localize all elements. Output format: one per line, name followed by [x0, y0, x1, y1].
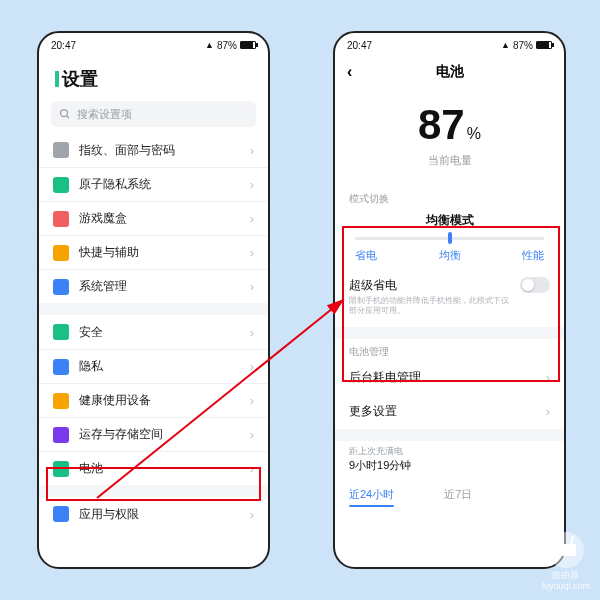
settings-item-原子隐私系统[interactable]: 原子隐私系统›	[39, 167, 268, 201]
section-battery-mgmt: 电池管理	[335, 339, 564, 361]
item-label: 游戏魔盒	[79, 210, 127, 227]
battery-icon	[240, 41, 256, 49]
settings-item-应用与权限[interactable]: 应用与权限›	[39, 497, 268, 531]
router-icon	[556, 544, 576, 556]
chevron-right-icon: ›	[250, 143, 254, 158]
chevron-right-icon: ›	[250, 325, 254, 340]
item-label: 快捷与辅助	[79, 244, 139, 261]
item-label: 应用与权限	[79, 506, 139, 523]
chevron-right-icon: ›	[250, 279, 254, 294]
settings-item-运存与存储空间[interactable]: 运存与存储空间›	[39, 417, 268, 451]
item-label: 安全	[79, 324, 103, 341]
settings-item-系统管理[interactable]: 系统管理›	[39, 269, 268, 303]
chevron-right-icon: ›	[250, 461, 254, 476]
page-title: 设置	[39, 57, 268, 97]
search-icon	[59, 108, 71, 120]
super-save-desc: 限制手机的功能并降低手机性能，此模式下仅部分应用可用。	[349, 296, 512, 317]
chevron-right-icon: ›	[250, 211, 254, 226]
page-title: 电池	[335, 63, 564, 81]
item-label: 运存与存储空间	[79, 426, 163, 443]
watermark: 路由器 luyouqi.com	[542, 532, 590, 592]
status-bar: 20:47 ▲ 87%	[335, 33, 564, 57]
settings-item-健康使用设备[interactable]: 健康使用设备›	[39, 383, 268, 417]
last-charge-label: 距上次充满电	[335, 441, 564, 458]
item-label: 原子隐私系统	[79, 176, 151, 193]
settings-item-指纹、面部与密码[interactable]: 指纹、面部与密码›	[39, 133, 268, 167]
chevron-right-icon: ›	[250, 245, 254, 260]
chevron-right-icon: ›	[250, 177, 254, 192]
item-label: 健康使用设备	[79, 392, 151, 409]
settings-item-安全[interactable]: 安全›	[39, 315, 268, 349]
battery-percentage: 87%	[335, 101, 564, 149]
mode-slider-thumb	[448, 232, 452, 244]
back-button[interactable]: ‹	[347, 63, 352, 81]
chevron-right-icon: ›	[250, 359, 254, 374]
item-label: 系统管理	[79, 278, 127, 295]
chevron-right-icon: ›	[250, 507, 254, 522]
phone-settings: 20:47 ▲ 87% 设置 搜索设置项 指纹、面部与密码›原子隐私系统›游戏魔…	[37, 31, 270, 569]
mode-option-balanced[interactable]: 均衡	[439, 248, 461, 263]
mode-slider[interactable]	[355, 237, 544, 240]
phone-battery: 20:47 ▲ 87% ‹ 电池 87% 当前电量 模式切换 均衡模式 省电 均…	[333, 31, 566, 569]
super-save-toggle[interactable]	[520, 277, 550, 293]
tab-7d[interactable]: 近7日	[444, 487, 472, 507]
settings-item-快捷与辅助[interactable]: 快捷与辅助›	[39, 235, 268, 269]
signal-icon: ▲	[501, 40, 510, 50]
super-save-title: 超级省电	[349, 277, 512, 294]
mode-option-save[interactable]: 省电	[355, 248, 377, 263]
clock: 20:47	[347, 40, 372, 51]
mode-option-performance[interactable]: 性能	[522, 248, 544, 263]
battery-pct: 87%	[217, 40, 237, 51]
last-charge-value: 9小时19分钟	[335, 458, 564, 477]
section-mode-switch: 模式切换	[335, 186, 564, 208]
search-input[interactable]: 搜索设置项	[51, 101, 256, 127]
status-bar: 20:47 ▲ 87%	[39, 33, 268, 57]
svg-point-0	[61, 110, 68, 117]
chevron-right-icon: ›	[250, 427, 254, 442]
svg-line-1	[67, 116, 70, 119]
signal-icon: ▲	[205, 40, 214, 50]
row-background-usage[interactable]: 后台耗电管理›	[335, 361, 564, 395]
chevron-right-icon: ›	[250, 393, 254, 408]
search-placeholder: 搜索设置项	[77, 107, 132, 122]
current-mode: 均衡模式	[335, 212, 564, 229]
item-label: 隐私	[79, 358, 103, 375]
settings-item-游戏魔盒[interactable]: 游戏魔盒›	[39, 201, 268, 235]
battery-icon	[536, 41, 552, 49]
tab-24h[interactable]: 近24小时	[349, 487, 394, 507]
item-label: 指纹、面部与密码	[79, 142, 175, 159]
clock: 20:47	[51, 40, 76, 51]
battery-pct: 87%	[513, 40, 533, 51]
battery-percentage-label: 当前电量	[335, 153, 564, 168]
settings-item-隐私[interactable]: 隐私›	[39, 349, 268, 383]
settings-item-电池[interactable]: 电池›	[39, 451, 268, 485]
item-label: 电池	[79, 460, 103, 477]
row-more-settings[interactable]: 更多设置›	[335, 395, 564, 429]
